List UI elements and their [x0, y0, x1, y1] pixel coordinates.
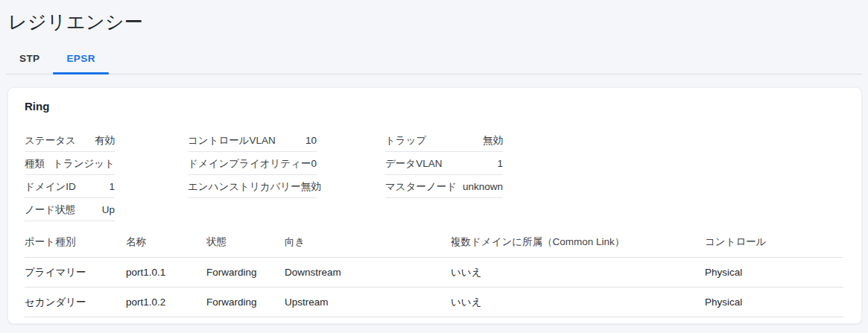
- field-domain-id-value: 1: [109, 181, 115, 193]
- field-type-label: 種類: [25, 158, 45, 170]
- ports-table-header-row: ポート種別 名称 状態 向き 複数ドメインに所属（Common Link） コン…: [25, 230, 843, 258]
- field-control-vlan-value: 10: [305, 135, 317, 147]
- field-status-label: ステータス: [25, 135, 76, 147]
- field-node-state-value: Up: [102, 204, 115, 216]
- table-row-primary: プライマリー port1.0.1 Forwarding Downstream い…: [25, 258, 843, 288]
- column-header-name: 名称: [126, 230, 206, 258]
- field-enhanced-recovery-value: 無効: [301, 181, 321, 193]
- column-header-common-link: 複数ドメインに所属（Common Link）: [451, 230, 705, 258]
- tab-epsr[interactable]: EPSR: [53, 43, 108, 74]
- field-master-node-value: unknown: [463, 181, 503, 193]
- tab-epsr-label: EPSR: [66, 53, 95, 64]
- field-trap-label: トラップ: [385, 135, 426, 147]
- field-domain-id: ドメインID 1: [25, 175, 115, 198]
- tab-stp-label: STP: [19, 53, 39, 64]
- ring-summary-column-3: トラップ 無効 データVLAN 1 マスターノード unknown: [385, 129, 503, 221]
- field-domain-priority-label: ドメインプライオリティー: [188, 158, 311, 170]
- field-enhanced-recovery-label: エンハンストリカバリー: [188, 181, 301, 193]
- field-domain-id-label: ドメインID: [25, 181, 76, 193]
- cell-direction: Downstream: [285, 258, 451, 288]
- field-domain-priority: ドメインプライオリティー 0: [188, 152, 317, 175]
- field-master-node-label: マスターノード: [385, 181, 457, 193]
- field-node-state: ノード状態 Up: [25, 198, 115, 221]
- field-data-vlan-label: データVLAN: [385, 158, 442, 170]
- tab-stp[interactable]: STP: [6, 43, 53, 74]
- tab-bar: STP EPSR: [6, 43, 862, 74]
- column-header-control: コントロール: [705, 230, 843, 258]
- field-enhanced-recovery: エンハンストリカバリー 無効: [188, 175, 317, 198]
- column-header-direction: 向き: [285, 230, 451, 258]
- cell-port-type: セカンダリー: [25, 288, 126, 317]
- cell-state: Forwarding: [206, 258, 285, 288]
- column-header-state: 状態: [206, 230, 285, 258]
- field-type: 種類 トランジット: [25, 152, 115, 175]
- field-trap: トラップ 無効: [385, 129, 503, 152]
- ports-table: ポート種別 名称 状態 向き 複数ドメインに所属（Common Link） コン…: [25, 230, 843, 317]
- table-row-secondary: セカンダリー port1.0.2 Forwarding Upstream いいえ…: [25, 288, 843, 317]
- section-title-ring: Ring: [25, 100, 843, 113]
- field-trap-value: 無効: [483, 135, 503, 147]
- column-header-port-type: ポート種別: [25, 230, 126, 258]
- ring-card: Ring ステータス 有効 種類 トランジット ドメインID 1 ノード状態 U…: [7, 87, 862, 324]
- cell-common-link: いいえ: [451, 258, 705, 288]
- field-node-state-label: ノード状態: [25, 204, 75, 216]
- field-control-vlan: コントロールVLAN 10: [188, 129, 317, 152]
- cell-port-type: プライマリー: [25, 258, 126, 288]
- cell-control: Physical: [705, 258, 843, 288]
- field-status-value: 有効: [95, 135, 115, 147]
- ring-summary-column-2: コントロールVLAN 10 ドメインプライオリティー 0 エンハンストリカバリー…: [188, 129, 317, 221]
- ring-summary-column-1: ステータス 有効 種類 トランジット ドメインID 1 ノード状態 Up: [25, 129, 115, 221]
- cell-name: port1.0.1: [126, 258, 206, 288]
- field-master-node: マスターノード unknown: [385, 175, 503, 198]
- cell-state: Forwarding: [206, 288, 285, 317]
- cell-direction: Upstream: [285, 288, 451, 317]
- field-type-value: トランジット: [53, 158, 115, 170]
- field-data-vlan-value: 1: [497, 158, 503, 170]
- field-domain-priority-value: 0: [311, 158, 317, 170]
- field-status: ステータス 有効: [25, 129, 115, 152]
- cell-name: port1.0.2: [126, 288, 206, 317]
- resiliency-page: レジリエンシー STP EPSR Ring ステータス 有効 種類 トランジット…: [0, 0, 868, 324]
- field-control-vlan-label: コントロールVLAN: [188, 135, 276, 147]
- cell-control: Physical: [705, 288, 843, 317]
- field-data-vlan: データVLAN 1: [385, 152, 503, 175]
- cell-common-link: いいえ: [451, 288, 705, 317]
- page-title: レジリエンシー: [0, 0, 868, 33]
- ring-summary: ステータス 有効 種類 トランジット ドメインID 1 ノード状態 Up: [25, 129, 843, 221]
